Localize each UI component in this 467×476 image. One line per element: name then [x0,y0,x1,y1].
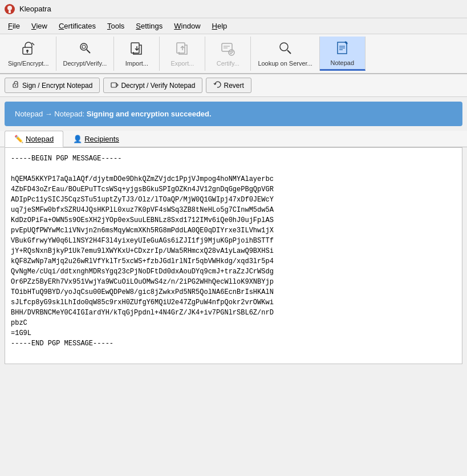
menu-bar: File View Certificates Tools Settings Wi… [0,18,467,34]
toolbar-sign-encrypt[interactable]: Sign/Encrypt... [1,37,56,71]
sign-encrypt-notepad-btn[interactable]: Sign / Encrypt Notepad [5,78,100,93]
svg-point-21 [15,85,16,86]
import-label: Import... [125,60,148,67]
svg-rect-9 [131,43,139,53]
toolbar-certify[interactable]: Certify... [205,37,251,71]
app-icon [5,4,15,14]
toolbar: Sign/Encrypt... Decrypt/Verify... Import… [0,34,467,74]
decrypt-verify-label: Decrypt/Verify... [63,60,107,67]
svg-point-6 [80,43,87,50]
svg-line-7 [87,50,90,53]
svg-point-4 [26,50,29,52]
certify-label: Certify... [217,60,239,67]
toolbar-export[interactable]: Export... [160,37,205,71]
menu-view[interactable]: View [26,19,53,33]
app-title: Kleopatra [19,5,51,13]
banner-message: Signing and encryption succeeded. [87,110,212,118]
svg-rect-2 [9,10,11,13]
sign-encrypt-icon [21,41,36,59]
tab-recipients-label: Recipients [84,135,119,143]
svg-rect-22 [111,83,116,87]
toolbar-import[interactable]: Import... [114,37,160,71]
menu-certificates[interactable]: Certificates [53,19,101,33]
revert-btn[interactable]: Revert [206,78,251,93]
sign-encrypt-notepad-label: Sign / Encrypt Notepad [22,82,92,90]
toolbar-lookup-server[interactable]: Lookup on Server... [251,37,319,71]
svg-line-16 [287,50,291,54]
decrypt-verify-notepad-icon [111,80,119,90]
svg-point-1 [7,6,12,10]
menu-file[interactable]: File [2,19,26,33]
revert-label: Revert [224,82,243,90]
svg-point-15 [280,43,288,51]
menu-settings[interactable]: Settings [130,19,168,33]
export-icon [174,41,190,59]
tab-notepad-label: Notepad [26,135,54,143]
success-banner: Notepad → Notepad: Signing and encryptio… [5,102,462,126]
export-label: Export... [170,60,194,67]
tabs-bar: ✏️ Notepad 👤 Recipients [0,131,467,147]
certify-icon [220,41,236,59]
sign-encrypt-label: Sign/Encrypt... [8,60,49,67]
menu-tools[interactable]: Tools [101,19,130,33]
notepad-icon [334,40,350,58]
decrypt-verify-icon [77,41,93,59]
banner-prefix: Notepad → Notepad: [15,110,87,118]
menu-window[interactable]: Window [168,19,206,33]
svg-point-8 [82,45,86,49]
tab-recipients-icon: 👤 [73,135,82,143]
tab-notepad[interactable]: ✏️ Notepad [5,131,63,147]
toolbar-decrypt-verify[interactable]: Decrypt/Verify... [56,37,115,71]
lookup-server-icon [277,41,293,59]
pgp-content[interactable]: -----BEGIN PGP MESSAGE----- hQEMA5KKYP17… [5,147,462,364]
import-icon [129,41,145,59]
toolbar-notepad[interactable]: Notepad [320,37,366,71]
title-bar: Kleopatra [0,0,467,18]
tab-recipients[interactable]: 👤 Recipients [63,131,129,147]
revert-icon [213,80,221,90]
decrypt-verify-notepad-btn[interactable]: Decrypt / Verify Notepad [103,78,202,93]
notepad-label: Notepad [330,59,354,66]
sign-encrypt-notepad-icon [12,80,20,90]
action-bar: Sign / Encrypt Notepad Decrypt / Verify … [0,74,467,97]
decrypt-verify-notepad-label: Decrypt / Verify Notepad [121,82,195,90]
menu-help[interactable]: Help [206,19,233,33]
tab-notepad-icon: ✏️ [14,135,23,143]
lookup-server-label: Lookup on Server... [258,60,312,67]
